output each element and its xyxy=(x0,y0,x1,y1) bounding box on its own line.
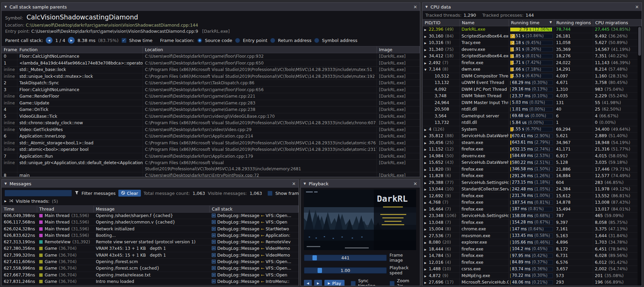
cpu-row[interactable]: 20,508ntdll.dll1.01 ms(0.00%)4025(62.50%… xyxy=(423,106,642,113)
cpu-row[interactable]: ▶22,396(49)DarkRL.exe2.79 s(12.06%)78,74… xyxy=(423,26,642,33)
callstack-row[interactable]: inlinestd::_Mutex_base::lockC:\Program F… xyxy=(2,67,420,73)
filter-input[interactable] xyxy=(4,190,72,197)
expand-icon[interactable]: ▶ xyxy=(424,206,429,213)
cpu-row[interactable]: ▶4,872(9)MsMpEng.exe70.22 ms(0.30%)57320… xyxy=(423,273,642,279)
expand-icon[interactable]: ▶ xyxy=(424,279,429,286)
col-thread[interactable]: Thread xyxy=(37,206,94,212)
cpu-row[interactable]: ▶13,048(7)firefox.exe154.28 ms(0.67%)9,3… xyxy=(423,219,642,226)
col-time[interactable]: Time xyxy=(2,206,37,212)
col-message[interactable]: Message xyxy=(94,206,210,212)
cpu-row[interactable]: ▶23,348(106)ServiceHub.SettingsHost158.0… xyxy=(423,213,642,219)
expand-icon[interactable]: ▶ xyxy=(424,260,429,266)
expand-icon[interactable]: ▶ xyxy=(424,173,429,179)
callstack-row[interactable]: 2TaskDispatch::SyncC:\Users\wolf\Desktop… xyxy=(2,80,420,87)
stack-frame[interactable]: VideoMemo xyxy=(266,246,290,251)
expand-icon[interactable]: ▶ xyxy=(424,33,429,40)
play-button[interactable]: ▶ Play xyxy=(324,280,345,286)
expand-icon[interactable]: ▶ xyxy=(424,60,429,66)
stack-frame[interactable]: VFS::Open xyxy=(266,220,288,225)
expand-icon[interactable]: ▶ xyxy=(424,153,429,159)
callstack-row[interactable]: 5VideoGLBase::TickC:\Users\wolf\Desktop\… xyxy=(2,113,420,120)
callstack-row[interactable]: inlinestd::unique_ptr<Application,std::d… xyxy=(2,160,420,172)
message-row[interactable]: 627,411,606nsGame(36,704)Opening /forest… xyxy=(2,259,298,265)
stack-frame[interactable]: Application: xyxy=(266,233,290,238)
cpu-row[interactable]: 10,512DWM Compositor Thread1.53 s(6.63%)… xyxy=(423,73,642,80)
col-pid-tid[interactable]: PID/TID xyxy=(423,19,460,26)
callstack-titlebar[interactable]: ▼ Call stack sample parents ✕ xyxy=(2,3,420,11)
expand-icon[interactable]: ▶ xyxy=(4,200,6,203)
col-cpu-migrations[interactable]: CPU migrations xyxy=(593,19,642,26)
callstack-row[interactable]: inlineGame::RenderFloorC:\Users\wolf\Des… xyxy=(2,93,420,100)
cpu-row[interactable]: ▶34,412(18)ScriptedSandbox64.exe1.85 s(8… xyxy=(423,53,642,60)
collapse-icon[interactable]: ▼ xyxy=(4,5,7,9)
cpu-row[interactable]: 13,132uDWM Event Thread68.29 ms(0.30%)4,… xyxy=(423,80,642,86)
location-path[interactable]: C:\Users\wolf\Desktop\darkrl\src\game\vi… xyxy=(26,23,198,28)
stack-frame[interactable]: DebugLog::Message xyxy=(217,220,259,225)
sync-timeline-checkbox[interactable] xyxy=(351,281,356,286)
cpu-row[interactable]: ▶31,340(75)devenv.exe1.91 s(8.26%)35,369… xyxy=(423,46,642,53)
expand-icon[interactable]: ▶ xyxy=(424,193,429,199)
expand-icon[interactable]: ▶ xyxy=(424,273,429,279)
cpu-row[interactable]: ▶4,768(7)firefox.exe187.54 ms(0.81%)14,8… xyxy=(423,199,642,206)
cpu-row[interactable]: ▶11,152(12)firefox.exe632.15 ms(2.74%)41… xyxy=(423,146,642,153)
cpu-row[interactable]: ▶18,444(6)firefox.exe104.2 ms(0.45%)8,17… xyxy=(423,246,642,253)
callstack-row[interactable]: 6Application::InnerLoopC:\Users\wolf\Des… xyxy=(2,133,420,140)
expand-icon[interactable]: ▶ xyxy=(424,226,429,232)
visible-threads-label[interactable]: Visible threads: xyxy=(16,199,49,204)
expand-icon[interactable]: ▶ xyxy=(424,27,429,33)
entry-point-path[interactable]: C:\Users\wolf\Desktop\darkrl\src\game\vi… xyxy=(31,29,198,34)
cpu-row[interactable]: 3,564GameInput server69.68 us(0.00%)64(6… xyxy=(423,113,642,120)
radio-return-address[interactable] xyxy=(270,38,275,43)
cpu-row[interactable]: ▶30,160(84)ScriptedSandbox64.exe2.51 s(1… xyxy=(423,33,642,40)
stack-frame[interactable]: VFS::Open... xyxy=(266,213,291,218)
cpu-row[interactable]: ▶11,828(6)firefox.exe291.26 ms(1.26%)16,… xyxy=(423,173,642,180)
cpu-row[interactable]: ▼7,144(8)dwm.exe1.66 s(7.18%)14,2918,214… xyxy=(423,66,642,73)
close-icon[interactable]: ✕ xyxy=(292,181,296,186)
expand-icon[interactable]: ▶ xyxy=(424,167,429,173)
col-running-regions[interactable]: Running regions xyxy=(554,19,593,26)
cpu-row[interactable]: ▶8,080(20)explorer.exe105.66 ms(0.46%)4,… xyxy=(423,239,642,246)
cpu-row[interactable]: ▶15,652(43)ServiceHub.DataWarehou580.22 … xyxy=(423,159,642,166)
cpu-row[interactable]: ▶14,784(5)firefox.exe97.95 ms(0.42%)6,73… xyxy=(423,253,642,259)
cpu-row[interactable]: ▶27,696(17)Microsoft.ServiceHub.Co48.06 … xyxy=(423,279,642,286)
expand-icon[interactable]: ▶ xyxy=(424,53,429,59)
stack-frame[interactable]: DebugLog::Message xyxy=(217,213,259,218)
expand-icon[interactable]: ▶ xyxy=(424,200,429,206)
cpu-row[interactable]: ▶29,388(77)ServiceHub.SettingsHost273.15… xyxy=(423,180,642,186)
stack-frame[interactable]: StartNetwo xyxy=(266,227,289,231)
frame-image-slider[interactable]: 441 xyxy=(304,255,387,261)
stack-frame[interactable]: DebugLog::Message xyxy=(217,259,259,264)
callstack-row[interactable]: inlinestd::chrono::steady_clock::nowC:\P… xyxy=(2,120,420,127)
col-frame[interactable]: Frame xyxy=(2,46,17,53)
expand-icon[interactable]: ▶ xyxy=(424,40,429,46)
stack-frame[interactable]: DebugLog::Message xyxy=(217,279,259,284)
stack-frame[interactable]: VideoMemo xyxy=(266,253,290,258)
expand-icon[interactable]: ▶ xyxy=(424,160,429,166)
expand-icon[interactable]: ▶ xyxy=(424,47,429,53)
message-row[interactable]: 606,049,398nsMain thread(31,596)Opening … xyxy=(2,213,298,219)
radio-source-code[interactable] xyxy=(197,38,202,43)
expand-icon[interactable]: ▶ xyxy=(424,233,429,239)
show-time-checkbox[interactable]: ✓ xyxy=(121,38,127,43)
cpu-row[interactable]: ▶27,536(7)msvsmon.exe133.45 ms(0.58%)5,1… xyxy=(423,233,642,240)
collapse-icon[interactable]: ▼ xyxy=(304,182,306,185)
cpu-row[interactable]: 3,748DWM Token Thread23.37 ms(0.10%)4,03… xyxy=(423,93,642,100)
callstack-row[interactable]: 1<lambda_84a19dc444fae966ca174e83e708bdc… xyxy=(2,60,420,67)
cpu-row[interactable]: ▶12,692(9)firefox.exe231.76 ms(1.00%)15,… xyxy=(423,193,642,200)
cpu-row[interactable]: 24,964DWM Master Input Threa5.03 ms(0.02… xyxy=(423,100,642,106)
stack-frame[interactable]: DebugLog::Message xyxy=(217,233,259,238)
stack-frame[interactable]: DebugLog::Message xyxy=(217,253,259,258)
zoom-2x-checkbox[interactable] xyxy=(390,281,395,286)
stack-frame[interactable]: VFS::Open... xyxy=(266,259,291,264)
expand-icon[interactable]: ▶ xyxy=(424,266,429,272)
cpu-row[interactable]: ▶14,984(50)devenv.exe584.69 ms(2.53%)6,9… xyxy=(423,153,642,160)
stack-frame[interactable]: DebugLog::Message xyxy=(217,246,259,251)
col-image[interactable]: Image xyxy=(377,46,420,53)
cpu-row[interactable]: 4,092DWM LPC Port Thread29.16 ms(0.13%)1… xyxy=(423,86,642,93)
close-icon[interactable]: ✕ xyxy=(413,4,417,10)
col-location[interactable]: Location xyxy=(143,46,377,53)
cpu-row[interactable]: ▶15,004(8)chrome.exe147 ms(0.64%)7,1613,… xyxy=(423,226,642,233)
stack-frame[interactable]: VFS::Open... xyxy=(266,266,291,271)
expand-icon[interactable]: ▶ xyxy=(424,240,429,246)
callstack-row[interactable]: inlineGame::UpdateC:\Users\wolf\Desktop\… xyxy=(2,100,420,107)
